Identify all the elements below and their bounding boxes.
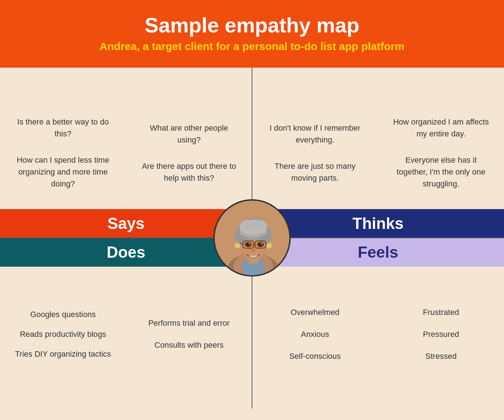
- svg-point-26: [261, 243, 262, 245]
- does-item-1: Googles questions: [14, 308, 112, 320]
- thinks-item-2: Are there apps out there to help with th…: [140, 160, 238, 184]
- thinks-far-right-item-2: Everyone else has it together, I'm the o…: [392, 154, 490, 190]
- feels-right-item-1: Frustrated: [392, 306, 490, 318]
- feels-item-2: Anxious: [266, 328, 364, 340]
- svg-point-30: [240, 248, 249, 254]
- does-item-2: Reads productivity blogs: [14, 328, 112, 340]
- says-right-items: What are other people using? Are there a…: [140, 122, 238, 184]
- says-item-1: Is there a better way to do this?: [14, 116, 112, 140]
- does-right-item-1: Performs trial and error: [140, 317, 238, 329]
- says-quadrant: Is there a better way to do this? How ca…: [0, 68, 252, 238]
- svg-point-31: [258, 248, 267, 254]
- thinks-right-item-1: I don't know if I remember everything.: [266, 122, 364, 146]
- does-quadrant: Does Googles questions Reads productivit…: [0, 238, 252, 408]
- svg-point-29: [266, 243, 272, 249]
- says-left-items: Is there a better way to do this? How ca…: [14, 116, 112, 190]
- thinks-far-right-item-1: How organized I am affects my entire day…: [392, 116, 490, 140]
- does-left-items: Googles questions Reads productivity blo…: [14, 308, 112, 360]
- does-right-item-2: Consults with peers: [140, 339, 238, 351]
- feels-item-3: Self-conscious: [266, 350, 364, 362]
- svg-point-27: [251, 249, 256, 252]
- feels-right-items: Frustrated Pressured Stressed: [392, 306, 490, 362]
- map-area: Is there a better way to do this? How ca…: [0, 68, 504, 408]
- says-label: Says: [108, 214, 145, 232]
- svg-point-28: [235, 243, 240, 249]
- says-item-2: How can I spend less time organizing and…: [14, 154, 112, 190]
- feels-item-1: Overwhelmed: [266, 306, 364, 318]
- avatar-svg: [215, 201, 291, 277]
- svg-point-15: [240, 227, 267, 238]
- thinks-item-1: What are other people using?: [140, 122, 238, 146]
- feels-quadrant: Feels Overwhelmed Anxious Self-conscious…: [252, 238, 504, 408]
- thinks-right-item-2: There are just so many moving parts.: [266, 160, 364, 184]
- svg-point-25: [249, 243, 250, 245]
- thinks-left-items: I don't know if I remember everything. T…: [266, 122, 364, 184]
- header-subtitle: Andrea, a target client for a personal t…: [7, 40, 497, 53]
- thinks-label: Thinks: [352, 214, 404, 232]
- header-title: Sample empathy map: [7, 14, 497, 37]
- does-item-3: Tries DIY organizing tactics: [14, 348, 112, 360]
- does-right-items: Performs trial and error Consults with p…: [140, 317, 238, 351]
- feels-label: Feels: [358, 243, 399, 261]
- thinks-quadrant: I don't know if I remember everything. T…: [252, 68, 504, 238]
- feels-right-item-3: Stressed: [392, 350, 490, 362]
- does-label: Does: [107, 243, 145, 261]
- header: Sample empathy map Andrea, a target clie…: [0, 0, 504, 68]
- feels-left-items: Overwhelmed Anxious Self-conscious: [266, 306, 364, 362]
- thinks-right-items: How organized I am affects my entire day…: [392, 116, 490, 190]
- feels-right-item-2: Pressured: [392, 328, 490, 340]
- avatar-circle: [213, 199, 291, 277]
